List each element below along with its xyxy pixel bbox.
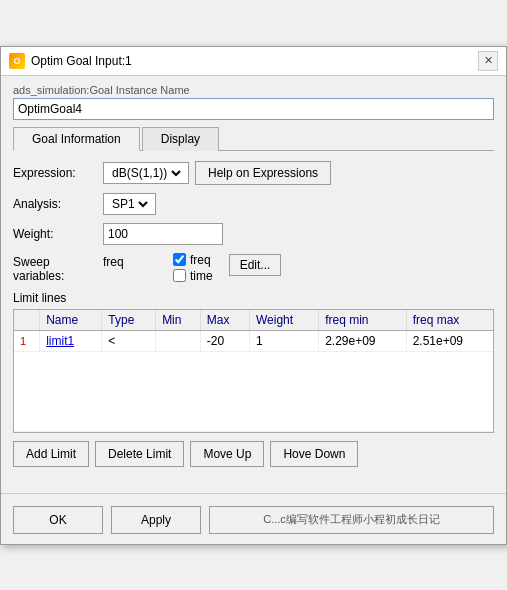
title-bar-left: O Optim Goal Input:1 (9, 53, 132, 69)
limit-lines-table: Name Type Min Max Weight freq min freq m… (14, 310, 493, 432)
limit-lines-label: Limit lines (13, 291, 494, 305)
weight-input[interactable] (103, 223, 223, 245)
row-type: < (102, 330, 156, 351)
time-check-item: time (173, 269, 213, 283)
analysis-control-group: SP1 SP2 (103, 193, 494, 215)
tab-bar: Goal Information Display (13, 126, 494, 151)
expression-control-group: dB(S(1,1)) dB(S(2,1)) dB(S(1,2)) Help on… (103, 161, 494, 185)
col-header-freq-min: freq min (319, 310, 406, 331)
weight-row: Weight: (13, 223, 494, 245)
expression-label: Expression: (13, 166, 103, 180)
analysis-select-box[interactable]: SP1 SP2 (103, 193, 156, 215)
sweep-label: Sweepvariables: (13, 253, 103, 283)
add-limit-button[interactable]: Add Limit (13, 441, 89, 467)
help-expressions-button[interactable]: Help on Expressions (195, 161, 331, 185)
row-max: -20 (200, 330, 249, 351)
instance-label: ads_simulation:Goal Instance Name (13, 84, 494, 96)
window-icon: O (9, 53, 25, 69)
weight-label: Weight: (13, 227, 103, 241)
time-check-label: time (190, 269, 213, 283)
delete-limit-button[interactable]: Delete Limit (95, 441, 184, 467)
freq-checkbox[interactable] (173, 253, 186, 266)
col-header-name: Name (40, 310, 102, 331)
tab-display[interactable]: Display (142, 127, 219, 151)
analysis-row: Analysis: SP1 SP2 (13, 193, 494, 215)
limit-lines-table-container: Name Type Min Max Weight freq min freq m… (13, 309, 494, 433)
table-header-row: Name Type Min Max Weight freq min freq m… (14, 310, 493, 331)
main-window: O Optim Goal Input:1 ✕ ads_simulation:Go… (0, 46, 507, 545)
close-button[interactable]: ✕ (478, 51, 498, 71)
instance-input[interactable] (13, 98, 494, 120)
limit-buttons-row: Add Limit Delete Limit Move Up Hove Down (13, 441, 494, 467)
edit-button[interactable]: Edit... (229, 254, 282, 276)
move-up-button[interactable]: Move Up (190, 441, 264, 467)
row-freq-min: 2.29e+09 (319, 330, 406, 351)
col-header-min: Min (156, 310, 201, 331)
move-down-button[interactable]: Hove Down (270, 441, 358, 467)
bottom-divider (1, 493, 506, 494)
expression-select[interactable]: dB(S(1,1)) dB(S(2,1)) dB(S(1,2)) (108, 165, 184, 181)
title-bar: O Optim Goal Input:1 ✕ (1, 47, 506, 76)
analysis-select[interactable]: SP1 SP2 (108, 196, 151, 212)
sweep-var-text: freq (103, 253, 153, 269)
time-checkbox[interactable] (173, 269, 186, 282)
tab-goal-information[interactable]: Goal Information (13, 127, 140, 151)
table-empty-row (14, 351, 493, 431)
row-weight: 1 (249, 330, 318, 351)
col-header-freq-max: freq max (406, 310, 493, 331)
row-freq-max: 2.51e+09 (406, 330, 493, 351)
expression-row: Expression: dB(S(1,1)) dB(S(2,1)) dB(S(1… (13, 161, 494, 185)
ok-button[interactable]: OK (13, 506, 103, 534)
col-header-weight: Weight (249, 310, 318, 331)
col-header-max: Max (200, 310, 249, 331)
row-name[interactable]: limit1 (40, 330, 102, 351)
sweep-row: Sweepvariables: freq freq time Edit... (13, 253, 494, 283)
window-title: Optim Goal Input:1 (31, 54, 132, 68)
col-header-type: Type (102, 310, 156, 331)
table-row[interactable]: 1 limit1 < -20 1 2.29e+09 2.51e+09 (14, 330, 493, 351)
apply-button[interactable]: Apply (111, 506, 201, 534)
expression-select-box[interactable]: dB(S(1,1)) dB(S(2,1)) dB(S(1,2)) (103, 162, 189, 184)
content-area: ads_simulation:Goal Instance Name Goal I… (1, 76, 506, 487)
row-num: 1 (14, 330, 40, 351)
watermark-button[interactable]: C...c编写软件工程师小程初成长日记 (209, 506, 494, 534)
freq-check-item: freq (173, 253, 213, 267)
row-min (156, 330, 201, 351)
bottom-button-row: OK Apply C...c编写软件工程师小程初成长日记 (1, 502, 506, 544)
freq-check-label: freq (190, 253, 211, 267)
analysis-label: Analysis: (13, 197, 103, 211)
col-header-blank (14, 310, 40, 331)
sweep-checks: freq time (173, 253, 213, 283)
